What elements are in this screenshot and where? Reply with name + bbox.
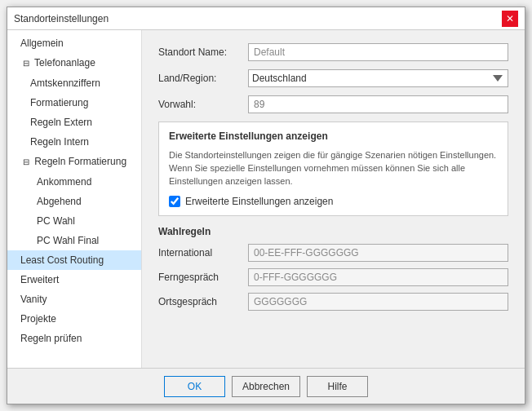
close-button[interactable]: ✕ bbox=[502, 11, 518, 27]
erweiterte-checkbox[interactable] bbox=[169, 196, 180, 207]
ortsgespräch-label: Ortsgespräch bbox=[158, 296, 248, 307]
dialog-window: Standorteinstellungen ✕ Allgemein ⊟ Tele… bbox=[7, 7, 525, 404]
land-region-select[interactable]: Deutschland bbox=[248, 69, 508, 87]
sidebar-item-allgemein[interactable]: Allgemein bbox=[7, 33, 141, 53]
sidebar-item-amtskennziffern[interactable]: Amtskennziffern bbox=[7, 73, 141, 93]
standort-name-input[interactable] bbox=[248, 43, 508, 61]
vorwahl-label: Vorwahl: bbox=[158, 99, 248, 110]
erweiterte-section: Erweiterte Einstellungen anzeigen Die St… bbox=[158, 122, 508, 216]
section-title: Erweiterte Einstellungen anzeigen bbox=[169, 130, 498, 142]
sidebar-item-projekte[interactable]: Projekte bbox=[7, 309, 141, 329]
sidebar-item-erweitert[interactable]: Erweitert bbox=[7, 270, 141, 289]
main-content: Standort Name: Land/Region: Deutschland … bbox=[142, 30, 525, 368]
hilfe-button[interactable]: Hilfe bbox=[307, 376, 368, 397]
ferngespräch-row: Ferngespräch bbox=[158, 268, 508, 286]
sidebar-item-regeln-intern[interactable]: Regeln Intern bbox=[7, 132, 141, 152]
sidebar-item-pc-wahl[interactable]: PC Wahl bbox=[7, 211, 141, 231]
title-bar: Standorteinstellungen ✕ bbox=[7, 7, 525, 30]
ferngespräch-label: Ferngespräch bbox=[158, 272, 248, 283]
sidebar-item-ankommend[interactable]: Ankommend bbox=[7, 172, 141, 192]
ferngespräch-input[interactable] bbox=[248, 268, 508, 286]
vorwahl-input[interactable] bbox=[248, 95, 508, 113]
sidebar: Allgemein ⊟ Telefonanlage Amtskennziffer… bbox=[7, 30, 142, 368]
sidebar-item-formatierung[interactable]: Formatierung bbox=[7, 93, 141, 113]
land-region-label: Land/Region: bbox=[158, 73, 248, 84]
ortsgespräch-input[interactable] bbox=[248, 293, 508, 311]
checkbox-label: Erweiterte Einstellungen anzeigen bbox=[185, 196, 333, 207]
checkbox-row: Erweiterte Einstellungen anzeigen bbox=[169, 196, 498, 207]
international-label: International bbox=[158, 247, 248, 259]
sidebar-item-pc-wahl-final[interactable]: PC Wahl Final bbox=[7, 231, 141, 250]
international-input[interactable] bbox=[248, 244, 508, 262]
dialog-title: Standorteinstellungen bbox=[14, 13, 109, 24]
sidebar-item-vanity[interactable]: Vanity bbox=[7, 289, 141, 309]
vorwahl-row: Vorwahl: bbox=[158, 95, 508, 113]
sidebar-item-least-cost-routing[interactable]: Least Cost Routing ➜ bbox=[7, 250, 141, 270]
standort-name-row: Standort Name: bbox=[158, 43, 508, 61]
wahlregeln-title: Wahlregeln bbox=[158, 226, 508, 237]
abbrechen-button[interactable]: Abbrechen bbox=[232, 376, 300, 397]
land-region-row: Land/Region: Deutschland bbox=[158, 69, 508, 87]
international-row: International bbox=[158, 244, 508, 262]
section-desc: Die Standorteinstellungen zeigen die für… bbox=[169, 148, 498, 188]
sidebar-item-telefonanlage[interactable]: ⊟ Telefonanlage bbox=[7, 53, 141, 73]
ortsgespräch-row: Ortsgespräch bbox=[158, 293, 508, 311]
standort-name-label: Standort Name: bbox=[158, 46, 248, 58]
ok-button[interactable]: OK bbox=[164, 376, 225, 397]
dialog-body: Allgemein ⊟ Telefonanlage Amtskennziffer… bbox=[7, 30, 525, 368]
sidebar-item-abgehend[interactable]: Abgehend bbox=[7, 192, 141, 211]
dialog-footer: OK Abbrechen Hilfe bbox=[7, 368, 525, 404]
wahlregeln-section: Wahlregeln International Ferngespräch Or… bbox=[158, 226, 508, 311]
sidebar-item-regeln-pruefen[interactable]: Regeln prüfen bbox=[7, 329, 141, 348]
sidebar-item-regeln-formatierung[interactable]: ⊟ Regeln Formatierung bbox=[7, 152, 141, 172]
sidebar-item-regeln-extern[interactable]: Regeln Extern bbox=[7, 113, 141, 132]
